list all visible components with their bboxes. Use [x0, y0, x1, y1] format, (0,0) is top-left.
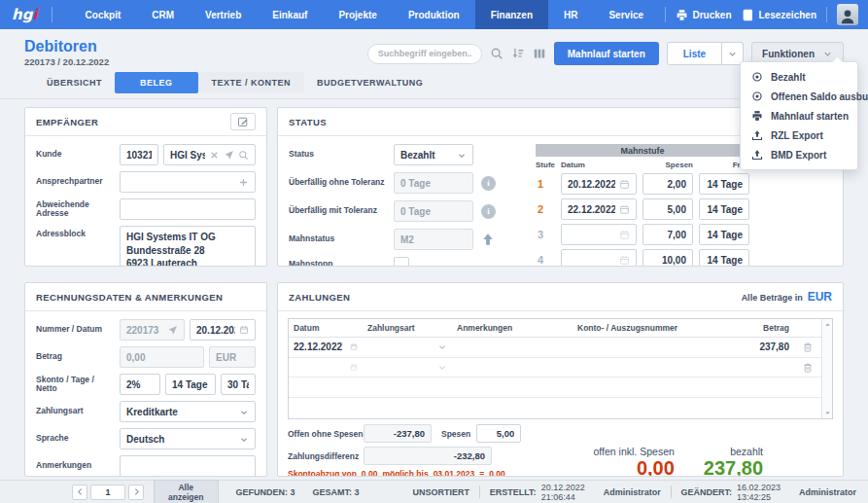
mahnstopp-checkbox[interactable]	[394, 257, 409, 266]
skonto-equals: =	[479, 469, 484, 476]
mahnstufe-spesen-field[interactable]	[642, 198, 693, 220]
kunde-name-field[interactable]: HGI Systems IT OG	[163, 144, 256, 165]
offen-inkl-spesen-value: 0,00	[594, 457, 675, 476]
abweichende-adresse-field[interactable]	[120, 198, 256, 220]
delete-payment-button[interactable]	[794, 341, 821, 353]
datum-value: 20.12.2022	[568, 179, 615, 190]
currency-code[interactable]: EUR	[808, 290, 832, 304]
chevron-down-icon	[437, 342, 447, 352]
next-page-button[interactable]	[128, 485, 144, 500]
nav-item-produktion[interactable]: Produktion	[393, 0, 475, 29]
menu-item-bmd-export[interactable]: BMD Export	[741, 145, 857, 164]
upload-icon	[751, 129, 763, 141]
navigate-icon[interactable]	[224, 150, 234, 161]
payment-row[interactable]: 22.12.2022 237,80	[289, 338, 821, 358]
info-icon[interactable]	[481, 204, 496, 219]
menu-item-offenen-saldo[interactable]: Offenen Saldo ausbuch.	[741, 87, 857, 106]
calendar-icon[interactable]	[619, 204, 630, 215]
alle-anzeigen-button[interactable]: Alle anzeigen	[154, 480, 219, 503]
calendar-icon[interactable]	[345, 341, 363, 352]
payments-scrollbar[interactable]	[821, 319, 832, 418]
mahnstufe-spesen-field[interactable]	[642, 224, 693, 245]
nav-item-projekte[interactable]: Projekte	[323, 0, 392, 29]
mahnstufe-datum-field[interactable]	[561, 224, 637, 245]
calendar-icon[interactable]	[239, 325, 249, 335]
skonto-tage-field[interactable]	[165, 374, 216, 395]
pagination	[72, 485, 144, 500]
caret-up-icon[interactable]	[823, 320, 832, 329]
nav-item-hr[interactable]: HR	[548, 0, 593, 29]
sprache-select[interactable]: Deutsch	[120, 428, 256, 449]
bookmark-button[interactable]: Lesezeichen	[742, 9, 816, 21]
mahnstufe-frist-field[interactable]	[699, 249, 749, 266]
nav-item-service[interactable]: Service	[593, 0, 659, 29]
nav-item-vertrieb[interactable]: Vertrieb	[190, 0, 257, 29]
payment-betrag[interactable]: 237,80	[718, 341, 794, 352]
nav-item-cockpit[interactable]: Cockpit	[70, 0, 137, 29]
nav-item-einkauf[interactable]: Einkauf	[257, 0, 323, 29]
arrow-up-icon	[481, 233, 495, 246]
clear-icon[interactable]	[209, 150, 220, 161]
anmerkungen-field[interactable]	[120, 455, 256, 476]
calendar-icon[interactable]	[619, 230, 630, 240]
prev-page-button[interactable]	[72, 485, 87, 500]
mahnstufe-frist-field[interactable]	[699, 224, 749, 245]
print-button[interactable]: Drucken	[676, 9, 732, 21]
sort-icon[interactable]	[511, 47, 525, 60]
spesen-field[interactable]	[476, 424, 521, 443]
tab-beleg[interactable]: BELEG	[115, 72, 198, 93]
offen-ohne-spesen-field	[364, 424, 432, 443]
mahnstufe-frist-field[interactable]	[699, 173, 749, 195]
raise-dunning-level-button[interactable]	[481, 233, 495, 246]
mahnstufe-datum-field[interactable]	[561, 249, 637, 266]
columns-icon[interactable]	[533, 47, 546, 60]
tab-budgetverwaltung[interactable]: BUDGETVERWALTUNG	[304, 72, 435, 93]
netto-tage-field[interactable]	[221, 374, 256, 395]
edit-recipient-button[interactable]	[230, 113, 256, 130]
mahnstufe-datum-field[interactable]: 22.12.2022	[561, 198, 637, 220]
mahnstufe-datum-field[interactable]: 20.12.2022	[561, 173, 637, 195]
mahnstufe-frist-field[interactable]	[699, 198, 749, 220]
mahnstufe-spesen-field[interactable]	[642, 173, 693, 195]
calendar-icon[interactable]	[619, 255, 630, 266]
search-input[interactable]	[367, 44, 482, 64]
mahnlauf-starten-button[interactable]: Mahnlauf starten	[554, 42, 659, 65]
nav-item-crm[interactable]: CRM	[136, 0, 190, 29]
caret-down-icon[interactable]	[823, 409, 832, 417]
menu-item-mahnlauf-starten[interactable]: Mahnlauf starten	[741, 106, 857, 126]
status-select[interactable]: Bezahlt	[394, 144, 473, 165]
mahnstufe-table: Mahnstufe Stufe Datum Spesen Frist 1 20.…	[536, 144, 749, 258]
search-icon[interactable]	[238, 150, 249, 161]
kunde-nummer-field[interactable]	[120, 144, 158, 165]
beleg-datum-field[interactable]: 20.12.2022	[190, 319, 256, 341]
page-number-input[interactable]	[90, 485, 125, 500]
menu-item-rzl-export[interactable]: RZL Export	[741, 126, 857, 145]
payment-row[interactable]	[289, 358, 821, 378]
zahlungsdifferenz-field	[364, 447, 492, 465]
payment-row-empty[interactable]	[289, 398, 821, 418]
search-icon[interactable]	[490, 47, 503, 60]
zahlungsart-dropdown[interactable]	[363, 363, 452, 373]
tab-uebersicht[interactable]: ÜBERSICHT	[34, 72, 115, 93]
zahlungsart-select[interactable]: Kreditkarte	[120, 401, 256, 422]
betrag-label: Betrag	[36, 352, 120, 361]
user-avatar[interactable]	[837, 4, 858, 25]
ansprechpartner-field[interactable]	[120, 171, 256, 193]
payment-row-empty[interactable]	[289, 377, 821, 398]
navigate-icon[interactable]	[167, 325, 178, 336]
nav-item-finanzen[interactable]: Finanzen	[475, 0, 548, 29]
plus-icon[interactable]	[238, 177, 249, 188]
skonto-field[interactable]	[120, 374, 160, 395]
calendar-icon[interactable]	[619, 179, 630, 190]
delete-payment-button[interactable]	[794, 362, 821, 374]
mahnstufe-spesen-field[interactable]	[642, 249, 693, 266]
adressblock-field[interactable]: HGI Systems IT OG Bundesstraße 28 6923 L…	[120, 226, 256, 266]
liste-button[interactable]: Liste	[667, 42, 722, 65]
tab-texte-konten[interactable]: TEXTE / KONTEN	[198, 72, 305, 93]
calendar-icon[interactable]	[345, 362, 363, 373]
payment-datum[interactable]: 22.12.2022	[289, 341, 345, 352]
zahlungsart-dropdown[interactable]	[363, 342, 452, 352]
menu-item-label: Mahnlauf starten	[771, 111, 849, 122]
menu-item-bezahlt[interactable]: Bezahlt	[741, 67, 857, 87]
info-icon[interactable]	[481, 176, 496, 191]
